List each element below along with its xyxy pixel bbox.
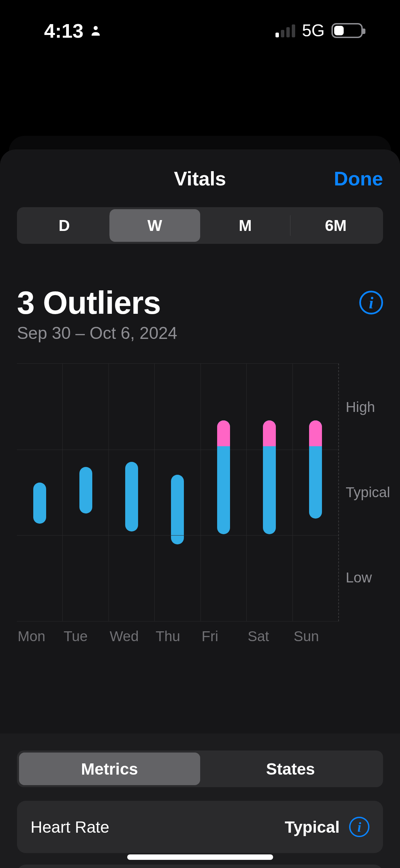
chart-col-tue[interactable] [62, 364, 108, 621]
battery-icon [331, 23, 363, 38]
date-range: Sep 30 – Oct 6, 2024 [17, 323, 177, 343]
metric-row-respiratory-rate[interactable]: Respiratory RateTypicali [17, 865, 383, 868]
x-label-fri: Fri [201, 628, 247, 645]
chart-col-sat[interactable] [246, 364, 292, 621]
vitals-chart[interactable]: LowTypicalHigh [17, 363, 383, 621]
time-range-d[interactable]: D [19, 209, 110, 242]
y-label-high: High [346, 399, 375, 415]
chart-col-fri[interactable] [201, 364, 246, 621]
metrics-states-segmented[interactable]: MetricsStates [17, 751, 383, 787]
vitals-sheet: Vitals Done DWM6M 3 Outliers Sep 30 – Oc… [0, 149, 400, 868]
metric-name: Heart Rate [31, 818, 109, 836]
info-icon: i [357, 819, 361, 835]
tab-states[interactable]: States [200, 753, 381, 785]
chart-y-axis: LowTypicalHigh [339, 363, 383, 621]
x-label-mon: Mon [17, 628, 63, 645]
time-range-segmented[interactable]: DWM6M [17, 207, 383, 244]
sheet-header: Vitals Done [17, 149, 383, 207]
chart-col-thu[interactable] [154, 364, 200, 621]
time-range-w[interactable]: W [110, 209, 200, 242]
tab-metrics[interactable]: Metrics [19, 753, 200, 785]
y-label-typical: Typical [346, 484, 390, 501]
info-icon: i [369, 293, 373, 312]
done-button[interactable]: Done [334, 167, 383, 190]
y-label-low: Low [346, 569, 372, 586]
info-button[interactable]: i [359, 291, 383, 314]
chart-x-axis: MonTueWedThuFriSatSun [17, 628, 383, 645]
x-label-thu: Thu [155, 628, 201, 645]
status-bar: 4:13 5G [0, 0, 400, 61]
svg-point-0 [94, 26, 98, 30]
chart-col-mon[interactable] [17, 364, 62, 621]
x-label-tue: Tue [63, 628, 109, 645]
chart-col-sun[interactable] [292, 364, 338, 621]
x-label-sun: Sun [293, 628, 339, 645]
time-range-m[interactable]: M [200, 209, 291, 242]
summary-heading: 3 Outliers Sep 30 – Oct 6, 2024 i [17, 285, 383, 343]
status-time: 4:13 [44, 19, 83, 42]
time-range-6m[interactable]: 6M [290, 209, 381, 242]
outliers-title: 3 Outliers [17, 285, 177, 321]
metric-info-button[interactable]: i [349, 817, 369, 837]
metrics-panel: MetricsStates Heart RateTypicaliRespirat… [0, 734, 400, 868]
home-indicator[interactable] [127, 854, 273, 860]
chart-col-wed[interactable] [109, 364, 154, 621]
network-label: 5G [302, 21, 325, 40]
cellular-signal-icon [275, 24, 295, 37]
page-title: Vitals [174, 167, 226, 190]
metric-value: Typical [285, 818, 340, 836]
metric-row-heart-rate[interactable]: Heart RateTypicali [17, 801, 383, 853]
x-label-sat: Sat [247, 628, 293, 645]
person-icon [90, 24, 102, 37]
x-label-wed: Wed [109, 628, 155, 645]
